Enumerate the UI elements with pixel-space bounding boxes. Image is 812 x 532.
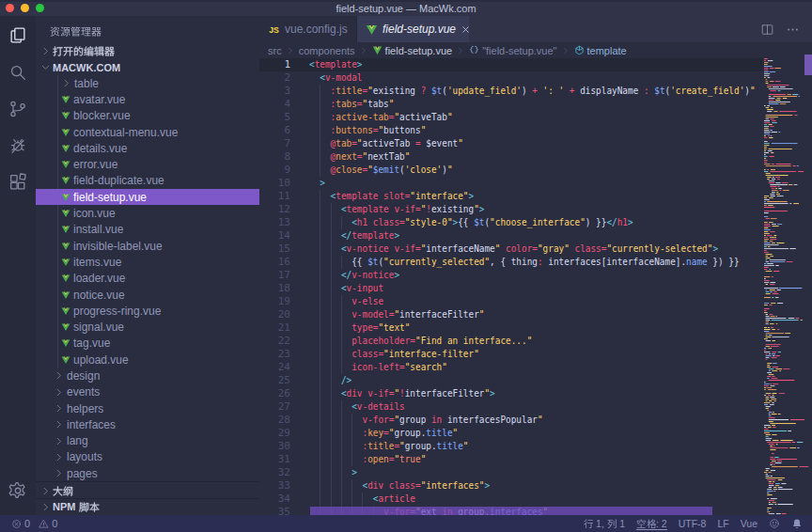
breadcrumbs[interactable]: srccomponentsfield-setup.vue"field-setup… bbox=[259, 42, 812, 58]
split-editor-icon[interactable] bbox=[760, 23, 774, 37]
code-line-16[interactable]: 16 {{ $t("currently_selected", { thing: … bbox=[259, 256, 812, 269]
code-line-24[interactable]: 24 icon-left="search" bbox=[259, 361, 812, 374]
vertical-scrollbar[interactable] bbox=[804, 55, 812, 75]
activity-debug-icon[interactable] bbox=[7, 134, 29, 157]
code-line-13[interactable]: 13 <h1 class="style-0">{{ $t("choose_int… bbox=[259, 216, 812, 229]
code-line-3[interactable]: 3 :title="existing ? $t('update_field') … bbox=[259, 85, 812, 98]
tree-file-icon.vue[interactable]: icon.vue bbox=[36, 205, 259, 221]
code-line-11[interactable]: 11 <template slot="interface"> bbox=[259, 190, 812, 203]
code-line-32[interactable]: 32 > bbox=[259, 466, 812, 479]
status-language-mode[interactable]: Vue bbox=[741, 518, 757, 529]
code-line-10[interactable]: 10 > bbox=[259, 177, 812, 190]
code-token: tab bbox=[336, 137, 351, 149]
breadcrumb-field-setup.vue[interactable]: "field-setup.vue" bbox=[469, 45, 556, 56]
status-indentation[interactable]: : 2 bbox=[636, 518, 667, 530]
code-token: "Find an interface..." bbox=[415, 335, 532, 347]
code-line-29[interactable]: 29 :key="group.title" bbox=[259, 427, 812, 440]
code-editor[interactable]: 1<template>2 <v-modal3 :title="existing … bbox=[259, 58, 812, 515]
tree-file-details.vue[interactable]: details.vue bbox=[36, 140, 259, 156]
code-line-25[interactable]: 25 /> bbox=[259, 374, 812, 387]
code-token: name bbox=[686, 256, 708, 268]
breadcrumb-template[interactable]: template bbox=[574, 45, 627, 56]
activity-source-control-icon[interactable] bbox=[7, 98, 29, 120]
code-line-9[interactable]: 9 @close="$emit('close')" bbox=[259, 164, 812, 177]
code-line-19[interactable]: 19 v-else bbox=[259, 295, 812, 308]
activity-extensions-icon[interactable] bbox=[7, 171, 29, 194]
tree-file-field-setup.vue[interactable]: field-setup.vue bbox=[36, 189, 259, 205]
tree-file-notice.vue[interactable]: notice.vue bbox=[36, 287, 259, 303]
code-line-33[interactable]: 33 <div class="interfaces"> bbox=[259, 479, 812, 493]
code-line-23[interactable]: 23 class="interface-filter" bbox=[259, 348, 812, 361]
tree-folder-pages[interactable]: pages bbox=[36, 465, 259, 481]
close-tab-icon[interactable] bbox=[461, 24, 469, 35]
tree-file-tag.vue[interactable]: tag.vue bbox=[36, 336, 259, 352]
code-line-17[interactable]: 17 </v-notice> bbox=[259, 269, 812, 282]
code-line-34[interactable]: 34 <article bbox=[259, 493, 812, 506]
code-line-15[interactable]: 15 <v-notice v-if="interfaceName" color=… bbox=[259, 243, 812, 256]
status-cursor-position[interactable]: 1, 1 bbox=[584, 518, 625, 529]
zoom-window-button[interactable] bbox=[36, 4, 44, 12]
code-line-2[interactable]: 2 <v-modal bbox=[259, 71, 812, 85]
tree-file-upload.vue[interactable]: upload.vue bbox=[36, 352, 259, 368]
tree-file-field-duplicate.vue[interactable]: field-duplicate.vue bbox=[36, 173, 259, 189]
breadcrumb-src[interactable]: src bbox=[268, 45, 282, 56]
code-token: key bbox=[367, 427, 383, 439]
code-line-22[interactable]: 22 placeholder="Find an interface..." bbox=[259, 335, 812, 348]
code-line-4[interactable]: 4 :tabs="tabs" bbox=[259, 98, 812, 111]
code-token: class bbox=[575, 243, 601, 255]
status-eol[interactable]: LF bbox=[717, 518, 728, 529]
tree-file-avatar.vue[interactable]: avatar.vue bbox=[36, 91, 259, 107]
minimize-window-button[interactable] bbox=[21, 4, 29, 12]
tree-file-blocker.vue[interactable]: blocker.vue bbox=[36, 108, 259, 124]
code-line-7[interactable]: 7 @tab="activeTab = $event" bbox=[259, 137, 812, 150]
problems-status[interactable]: 00 bbox=[11, 518, 62, 529]
code-line-20[interactable]: 20 v-model="interfaceFilter" bbox=[259, 308, 812, 321]
activity-search-icon[interactable] bbox=[7, 61, 29, 84]
tree-folder-layouts[interactable]: layouts bbox=[36, 449, 259, 465]
more-actions-icon[interactable] bbox=[786, 23, 800, 37]
tab-vue.config.js[interactable]: JSvue.config.js bbox=[259, 16, 357, 42]
open-editors-section[interactable] bbox=[36, 43, 259, 59]
sidebar-section[interactable] bbox=[36, 482, 259, 498]
tree-file-invisible-label.vue[interactable]: invisible-label.vue bbox=[36, 238, 259, 254]
tree-file-contextual-menu.vue[interactable]: contextual-menu.vue bbox=[36, 124, 259, 140]
breadcrumb-field-setup.vue[interactable]: field-setup.vue bbox=[372, 45, 453, 56]
tree-file-error.vue[interactable]: error.vue bbox=[36, 156, 259, 172]
code-line-5[interactable]: 5 :active-tab="activeTab" bbox=[259, 111, 812, 124]
sidebar-section[interactable]: NPM bbox=[36, 499, 259, 515]
tree-file-install.vue[interactable]: install.vue bbox=[36, 222, 259, 238]
code-line-21[interactable]: 21 type="text" bbox=[259, 321, 812, 335]
tree-folder-lang[interactable]: lang bbox=[36, 433, 259, 449]
tree-folder-table[interactable]: table bbox=[36, 75, 259, 91]
code-line-12[interactable]: 12 <template v-if="!existing"> bbox=[259, 203, 812, 216]
code-line-26[interactable]: 26 <div v-if="!interfaceFilter"> bbox=[259, 387, 812, 400]
breadcrumb-components[interactable]: components bbox=[299, 45, 355, 56]
code-line-1[interactable]: 1<template> bbox=[259, 58, 812, 71]
status-encoding[interactable]: UTF-8 bbox=[679, 518, 707, 529]
status-feedback-icon[interactable] bbox=[769, 518, 780, 529]
tree-file-items.vue[interactable]: items.vue bbox=[36, 254, 259, 270]
code-line-14[interactable]: 14 </template> bbox=[259, 229, 812, 243]
tree-file-signal.vue[interactable]: signal.vue bbox=[36, 319, 259, 335]
tree-folder-events[interactable]: events bbox=[36, 384, 259, 400]
tree-folder-design[interactable]: design bbox=[36, 368, 259, 383]
status-bell-icon[interactable] bbox=[791, 518, 803, 529]
horizontal-scrollbar[interactable] bbox=[310, 507, 712, 515]
code-line-30[interactable]: 30 :title="group.title" bbox=[259, 440, 812, 453]
code-line-28[interactable]: 28 v-for="group in interfacesPopular" bbox=[259, 414, 812, 427]
code-line-18[interactable]: 18 <v-input bbox=[259, 282, 812, 295]
activity-files-icon[interactable] bbox=[7, 24, 29, 47]
code-line-27[interactable]: 27 <v-details bbox=[259, 400, 812, 414]
code-line-8[interactable]: 8 @next="nextTab" bbox=[259, 150, 812, 164]
code-line-31[interactable]: 31 :open="true" bbox=[259, 453, 812, 466]
tree-file-progress-ring.vue[interactable]: progress-ring.vue bbox=[36, 303, 259, 319]
tab-field-setup.vue[interactable]: field-setup.vue bbox=[357, 16, 469, 42]
minimap[interactable] bbox=[763, 58, 812, 515]
code-line-6[interactable]: 6 :buttons="buttons" bbox=[259, 124, 812, 137]
tree-folder-interfaces[interactable]: interfaces bbox=[36, 416, 259, 432]
tree-folder-helpers[interactable]: helpers bbox=[36, 400, 259, 416]
tree-file-loader.vue[interactable]: loader.vue bbox=[36, 271, 259, 287]
close-window-button[interactable] bbox=[6, 4, 14, 12]
activity-gear-icon[interactable] bbox=[7, 479, 29, 502]
project-root-folder[interactable]: MACWK.COM bbox=[36, 59, 259, 75]
